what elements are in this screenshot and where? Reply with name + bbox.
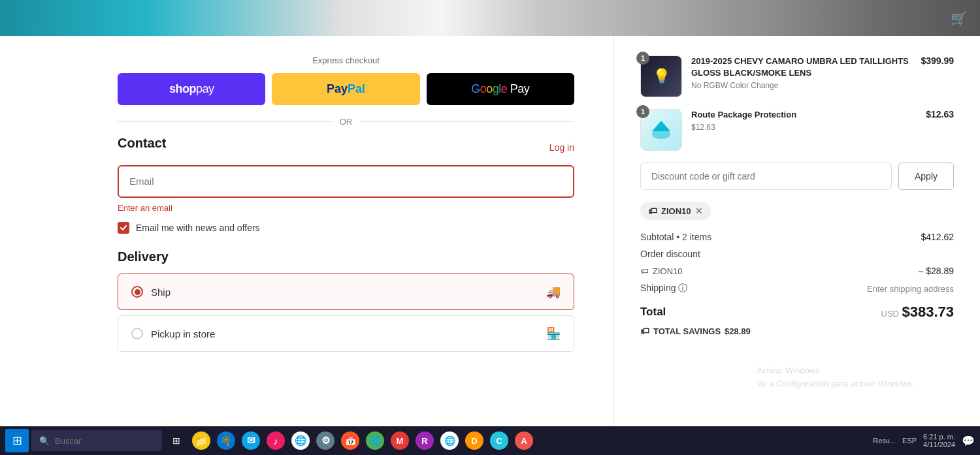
taskbar-search-box[interactable]: 🔍 — [31, 430, 162, 451]
taskbar-app-icons: ⊞ 📁 🌴 ✉ ♪ 🌐 ⚙ 📅 🌐 M R 🌐 — [165, 429, 536, 452]
email-input[interactable] — [129, 176, 563, 187]
apply-button[interactable]: Apply — [898, 163, 954, 190]
ship-radio-dot — [135, 289, 140, 295]
savings-label: TOTAL SAVINGS — [653, 326, 721, 336]
contact-header: Contact Log in — [118, 136, 574, 159]
discount-code-detail: 🏷 ZION10 — [640, 266, 683, 276]
newsletter-row: Email me with news and offers — [118, 222, 574, 234]
top-banner: 🛒 — [0, 0, 980, 36]
search-icon: 🔍 — [39, 436, 50, 446]
taskbar: ⊞ 🔍 ⊞ 📁 🌴 ✉ ♪ 🌐 ⚙ 📅 🌐 M — [0, 426, 980, 454]
order-item-taillights: 💡 1 2019-2025 CHEVY CAMARO UMBRA LED TAI… — [640, 55, 954, 97]
music-button[interactable]: ♪ — [264, 429, 287, 452]
delivery-pickup-left: Pickup in store — [131, 328, 215, 339]
taillights-details: 2019-2025 CHEVY CAMARO UMBRA LED TAILLIG… — [691, 55, 911, 90]
or-divider: OR — [118, 117, 574, 127]
app-red2[interactable]: A — [512, 429, 536, 452]
notification-icon[interactable]: 💬 — [962, 435, 975, 447]
chrome2-button[interactable]: 🌐 — [363, 429, 387, 452]
email-error: Enter an email — [118, 203, 574, 213]
taskbar-time: 6:21 p. m. — [923, 433, 955, 441]
calendar-button[interactable]: 📅 — [338, 429, 362, 452]
shoppay-button[interactable]: shoppay — [118, 73, 265, 105]
discount-code-row: 🏷 ZION10 – $28.89 — [640, 266, 954, 276]
taskbar-datetime: 6:21 p. m. 4/11/2024 — [923, 433, 955, 448]
taskbar-search-input[interactable] — [55, 436, 146, 446]
delivery-title: Delivery — [118, 249, 574, 264]
app-teal[interactable]: C — [487, 429, 511, 452]
coupon-tag: 🏷 ZION10 ✕ — [640, 202, 711, 220]
contact-title: Contact — [118, 136, 166, 151]
gpay-label: Google Pay — [471, 82, 529, 96]
subtotal-value: $412.62 — [921, 232, 954, 242]
app-orange[interactable]: D — [463, 429, 486, 452]
banner-image: 🛒 — [0, 0, 980, 36]
total-label: Total — [640, 306, 666, 319]
discount-input[interactable] — [640, 163, 892, 190]
paypal-label: PayPal — [327, 82, 365, 96]
route-price: $12.63 — [926, 109, 954, 119]
shoppay-label: shoppay — [169, 82, 214, 96]
discount-row: Apply — [640, 163, 954, 190]
shipping-row: Shipping ⓘ Enter shipping address — [640, 283, 954, 294]
app-red[interactable]: M — [388, 429, 412, 452]
paypal-button[interactable]: PayPal — [272, 73, 419, 105]
chrome-button[interactable]: 🌐 — [289, 429, 312, 452]
total-row: Total USD $383.73 — [640, 304, 954, 321]
taillights-name: 2019-2025 CHEVY CAMARO UMBRA LED TAILLIG… — [691, 55, 911, 79]
delivery-pickup-option[interactable]: Pickup in store 🏪 — [118, 315, 574, 352]
route-image: 1 — [640, 109, 682, 151]
pickup-radio[interactable] — [131, 328, 143, 339]
left-panel: Express checkout shoppay PayPal Google P… — [0, 36, 614, 454]
settings-button[interactable]: ⚙ — [314, 429, 337, 452]
route-name: Route Package Protection — [691, 109, 917, 121]
start-button[interactable]: ⊞ — [5, 429, 29, 452]
or-label: OR — [340, 117, 353, 127]
route-details: Route Package Protection $12.63 — [691, 109, 917, 132]
discount-code-label: ZION10 — [653, 266, 683, 276]
savings-row: 🏷 TOTAL SAVINGS $28.89 — [640, 326, 954, 336]
subtotal-row: Subtotal • 2 items $412.62 — [640, 232, 954, 242]
watermark-line2: Ve a Configuración para activar Windows. — [757, 377, 915, 390]
gpay-button[interactable]: Google Pay — [427, 73, 574, 105]
subtotal-label: Subtotal • 2 items — [640, 232, 711, 242]
file-explorer-button[interactable]: 📁 — [189, 429, 213, 452]
total-currency: USD — [881, 309, 899, 319]
route-qty-badge: 1 — [636, 105, 649, 118]
route-sub-price: $12.63 — [691, 123, 917, 132]
delivery-ship-option[interactable]: Ship 🚚 — [118, 274, 574, 310]
taskbar-resu: Resu... — [873, 437, 896, 445]
order-discount-label: Order discount — [640, 249, 700, 259]
login-link[interactable]: Log in — [549, 142, 574, 153]
windows-logo: ⊞ — [12, 433, 22, 448]
taskbar-date: 4/11/2024 — [923, 441, 955, 448]
shipping-info-icon: ⓘ — [678, 283, 687, 293]
taskbar-lang: ESP — [902, 437, 917, 445]
coupon-icon: 🏷 — [648, 206, 657, 216]
order-item-route: 1 Route Package Protection $12.63 $12.63 — [640, 109, 954, 151]
coupon-code: ZION10 — [661, 206, 691, 216]
pickup-icon: 🏪 — [546, 326, 561, 341]
taillights-qty-badge: 1 — [636, 52, 649, 65]
coupon-remove-button[interactable]: ✕ — [695, 206, 703, 216]
discount-code-icon: 🏷 — [640, 266, 649, 276]
total-value: $383.73 — [902, 304, 954, 320]
ship-radio[interactable] — [131, 286, 143, 298]
mail-button[interactable]: ✉ — [239, 429, 263, 452]
savings-icon: 🏷 — [640, 326, 649, 336]
task-view-button[interactable]: ⊞ — [165, 429, 188, 452]
right-panel: 💡 1 2019-2025 CHEVY CAMARO UMBRA LED TAI… — [614, 36, 980, 454]
shipping-label: Shipping ⓘ — [640, 283, 687, 294]
cart-icon-top[interactable]: 🛒 — [951, 10, 967, 26]
app-purple[interactable]: R — [413, 429, 436, 452]
taillights-image: 💡 1 — [640, 55, 682, 97]
email-input-container[interactable] — [118, 165, 574, 198]
page-layout: Express checkout shoppay PayPal Google P… — [0, 36, 980, 454]
ship-icon: 🚚 — [546, 285, 561, 299]
express-checkout-label: Express checkout — [118, 55, 574, 65]
newsletter-checkbox[interactable] — [118, 222, 129, 234]
express-buttons: shoppay PayPal Google Pay — [118, 73, 574, 105]
store-button[interactable]: 🌴 — [214, 429, 238, 452]
app-chrome3[interactable]: 🌐 — [438, 429, 461, 452]
taillights-variant: No RGBW Color Change — [691, 81, 911, 90]
